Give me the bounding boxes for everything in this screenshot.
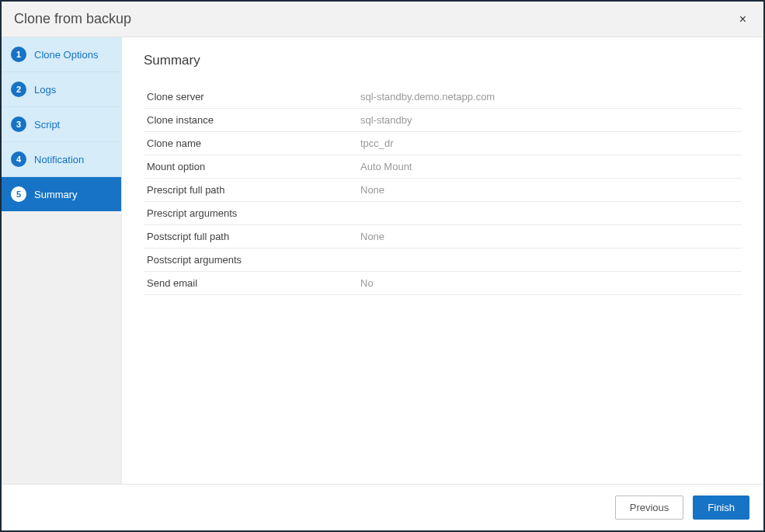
finish-button[interactable]: Finish [693,495,749,520]
step-label: Script [34,119,60,130]
content-panel: Summary Clone server sql-standby.demo.ne… [122,37,763,484]
step-summary[interactable]: 5 Summary [2,177,121,211]
summary-label: Postscript arguments [144,249,357,272]
summary-label: Postscript full path [144,225,357,249]
step-number: 2 [11,82,26,97]
step-label: Notification [34,154,84,165]
summary-value [357,202,742,225]
step-label: Summary [34,189,78,200]
step-notification[interactable]: 4 Notification [2,142,121,177]
step-clone-options[interactable]: 1 Clone Options [2,37,121,72]
summary-row: Clone server sql-standby.demo.netapp.com [144,85,742,109]
summary-label: Send email [144,272,357,295]
step-number: 3 [11,116,26,132]
summary-value [357,249,742,272]
dialog-body: 1 Clone Options 2 Logs 3 Script 4 Notifi… [2,37,763,484]
summary-row: Clone name tpcc_dr [144,132,742,155]
summary-value: sql-standby.demo.netapp.com [357,85,742,109]
summary-label: Prescript full path [144,179,357,202]
step-number: 4 [11,151,26,167]
summary-row: Mount option Auto Mount [144,155,742,179]
step-logs[interactable]: 2 Logs [2,72,121,107]
summary-value: No [357,272,742,295]
titlebar: Clone from backup × [2,2,763,37]
page-title: Summary [144,53,742,68]
summary-label: Mount option [144,155,357,179]
summary-value: None [357,225,742,249]
summary-value: sql-standby [357,109,742,132]
summary-table: Clone server sql-standby.demo.netapp.com… [144,85,742,295]
close-icon[interactable]: × [735,10,751,29]
summary-row: Clone instance sql-standby [144,109,742,132]
summary-row: Send email No [144,272,742,295]
summary-value: None [357,179,742,202]
summary-label: Clone instance [144,109,357,132]
summary-row: Postscript arguments [144,249,742,272]
wizard-sidebar: 1 Clone Options 2 Logs 3 Script 4 Notifi… [2,37,122,484]
summary-label: Clone server [144,85,357,109]
summary-row: Prescript full path None [144,179,742,202]
dialog-title: Clone from backup [14,11,131,27]
previous-button[interactable]: Previous [615,495,684,520]
step-script[interactable]: 3 Script [2,107,121,142]
summary-label: Prescript arguments [144,202,357,225]
summary-label: Clone name [144,132,357,155]
clone-dialog: Clone from backup × 1 Clone Options 2 Lo… [0,0,765,532]
step-label: Clone Options [34,49,98,61]
step-number: 1 [11,47,26,62]
dialog-footer: Previous Finish [2,484,763,530]
summary-row: Postscript full path None [144,225,742,249]
summary-value: tpcc_dr [357,132,742,155]
step-number: 5 [11,186,26,202]
step-label: Logs [34,84,56,96]
summary-value: Auto Mount [357,155,742,179]
summary-row: Prescript arguments [144,202,742,225]
